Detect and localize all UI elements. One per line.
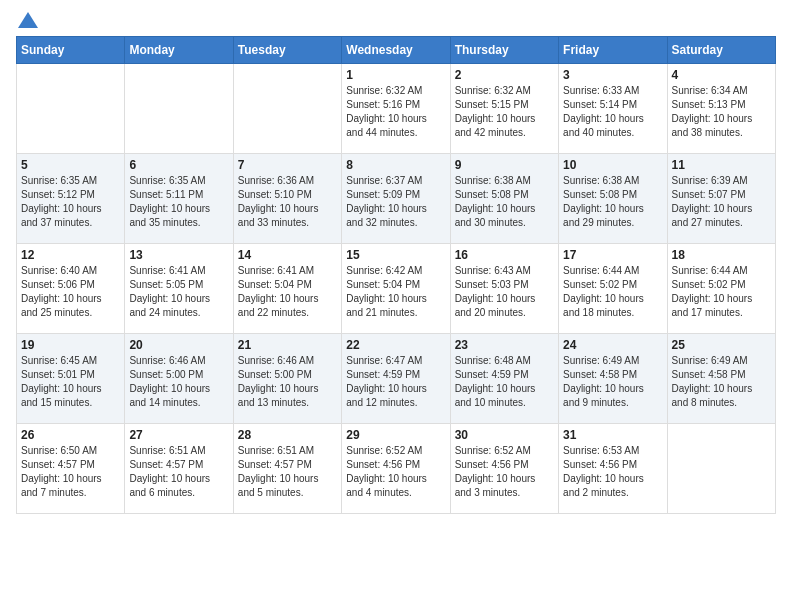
day-info: Sunrise: 6:52 AM Sunset: 4:56 PM Dayligh…: [346, 444, 445, 500]
day-info: Sunrise: 6:45 AM Sunset: 5:01 PM Dayligh…: [21, 354, 120, 410]
calendar-cell: 18Sunrise: 6:44 AM Sunset: 5:02 PM Dayli…: [667, 244, 775, 334]
day-number: 29: [346, 428, 445, 442]
day-number: 1: [346, 68, 445, 82]
day-number: 20: [129, 338, 228, 352]
day-number: 27: [129, 428, 228, 442]
day-info: Sunrise: 6:49 AM Sunset: 4:58 PM Dayligh…: [672, 354, 771, 410]
day-info: Sunrise: 6:43 AM Sunset: 5:03 PM Dayligh…: [455, 264, 554, 320]
day-number: 5: [21, 158, 120, 172]
day-info: Sunrise: 6:35 AM Sunset: 5:12 PM Dayligh…: [21, 174, 120, 230]
day-number: 19: [21, 338, 120, 352]
calendar-cell: 3Sunrise: 6:33 AM Sunset: 5:14 PM Daylig…: [559, 64, 667, 154]
calendar-cell: 20Sunrise: 6:46 AM Sunset: 5:00 PM Dayli…: [125, 334, 233, 424]
day-info: Sunrise: 6:38 AM Sunset: 5:08 PM Dayligh…: [563, 174, 662, 230]
svg-marker-0: [18, 12, 38, 28]
day-info: Sunrise: 6:35 AM Sunset: 5:11 PM Dayligh…: [129, 174, 228, 230]
day-number: 14: [238, 248, 337, 262]
day-number: 17: [563, 248, 662, 262]
day-info: Sunrise: 6:46 AM Sunset: 5:00 PM Dayligh…: [238, 354, 337, 410]
calendar-cell: 26Sunrise: 6:50 AM Sunset: 4:57 PM Dayli…: [17, 424, 125, 514]
calendar-cell: [125, 64, 233, 154]
day-info: Sunrise: 6:38 AM Sunset: 5:08 PM Dayligh…: [455, 174, 554, 230]
day-info: Sunrise: 6:52 AM Sunset: 4:56 PM Dayligh…: [455, 444, 554, 500]
day-number: 2: [455, 68, 554, 82]
calendar-cell: 8Sunrise: 6:37 AM Sunset: 5:09 PM Daylig…: [342, 154, 450, 244]
day-number: 6: [129, 158, 228, 172]
calendar-cell: 21Sunrise: 6:46 AM Sunset: 5:00 PM Dayli…: [233, 334, 341, 424]
calendar-header-wednesday: Wednesday: [342, 37, 450, 64]
calendar-cell: 31Sunrise: 6:53 AM Sunset: 4:56 PM Dayli…: [559, 424, 667, 514]
day-info: Sunrise: 6:53 AM Sunset: 4:56 PM Dayligh…: [563, 444, 662, 500]
day-info: Sunrise: 6:44 AM Sunset: 5:02 PM Dayligh…: [563, 264, 662, 320]
calendar-header-saturday: Saturday: [667, 37, 775, 64]
calendar-header-row: SundayMondayTuesdayWednesdayThursdayFrid…: [17, 37, 776, 64]
day-number: 10: [563, 158, 662, 172]
calendar-cell: 14Sunrise: 6:41 AM Sunset: 5:04 PM Dayli…: [233, 244, 341, 334]
calendar-cell: [233, 64, 341, 154]
day-info: Sunrise: 6:44 AM Sunset: 5:02 PM Dayligh…: [672, 264, 771, 320]
day-number: 9: [455, 158, 554, 172]
calendar-cell: 24Sunrise: 6:49 AM Sunset: 4:58 PM Dayli…: [559, 334, 667, 424]
calendar-table: SundayMondayTuesdayWednesdayThursdayFrid…: [16, 36, 776, 514]
calendar-cell: 23Sunrise: 6:48 AM Sunset: 4:59 PM Dayli…: [450, 334, 558, 424]
day-info: Sunrise: 6:40 AM Sunset: 5:06 PM Dayligh…: [21, 264, 120, 320]
calendar-cell: [667, 424, 775, 514]
day-info: Sunrise: 6:51 AM Sunset: 4:57 PM Dayligh…: [238, 444, 337, 500]
calendar-cell: 16Sunrise: 6:43 AM Sunset: 5:03 PM Dayli…: [450, 244, 558, 334]
calendar-week-row: 26Sunrise: 6:50 AM Sunset: 4:57 PM Dayli…: [17, 424, 776, 514]
calendar-header-monday: Monday: [125, 37, 233, 64]
day-number: 15: [346, 248, 445, 262]
day-number: 16: [455, 248, 554, 262]
day-number: 18: [672, 248, 771, 262]
calendar-cell: 7Sunrise: 6:36 AM Sunset: 5:10 PM Daylig…: [233, 154, 341, 244]
day-info: Sunrise: 6:41 AM Sunset: 5:04 PM Dayligh…: [238, 264, 337, 320]
calendar-cell: 15Sunrise: 6:42 AM Sunset: 5:04 PM Dayli…: [342, 244, 450, 334]
day-info: Sunrise: 6:51 AM Sunset: 4:57 PM Dayligh…: [129, 444, 228, 500]
day-number: 4: [672, 68, 771, 82]
calendar-cell: 10Sunrise: 6:38 AM Sunset: 5:08 PM Dayli…: [559, 154, 667, 244]
day-info: Sunrise: 6:46 AM Sunset: 5:00 PM Dayligh…: [129, 354, 228, 410]
calendar-cell: 19Sunrise: 6:45 AM Sunset: 5:01 PM Dayli…: [17, 334, 125, 424]
day-info: Sunrise: 6:32 AM Sunset: 5:16 PM Dayligh…: [346, 84, 445, 140]
calendar-header-tuesday: Tuesday: [233, 37, 341, 64]
calendar-cell: 17Sunrise: 6:44 AM Sunset: 5:02 PM Dayli…: [559, 244, 667, 334]
calendar-header-friday: Friday: [559, 37, 667, 64]
calendar-cell: 13Sunrise: 6:41 AM Sunset: 5:05 PM Dayli…: [125, 244, 233, 334]
calendar-header-sunday: Sunday: [17, 37, 125, 64]
day-number: 26: [21, 428, 120, 442]
day-number: 12: [21, 248, 120, 262]
day-number: 28: [238, 428, 337, 442]
day-number: 31: [563, 428, 662, 442]
calendar-cell: 9Sunrise: 6:38 AM Sunset: 5:08 PM Daylig…: [450, 154, 558, 244]
day-number: 25: [672, 338, 771, 352]
day-number: 8: [346, 158, 445, 172]
calendar-week-row: 12Sunrise: 6:40 AM Sunset: 5:06 PM Dayli…: [17, 244, 776, 334]
page-header: [16, 16, 776, 28]
day-info: Sunrise: 6:39 AM Sunset: 5:07 PM Dayligh…: [672, 174, 771, 230]
calendar-cell: 30Sunrise: 6:52 AM Sunset: 4:56 PM Dayli…: [450, 424, 558, 514]
calendar-cell: 22Sunrise: 6:47 AM Sunset: 4:59 PM Dayli…: [342, 334, 450, 424]
calendar-cell: 6Sunrise: 6:35 AM Sunset: 5:11 PM Daylig…: [125, 154, 233, 244]
day-number: 30: [455, 428, 554, 442]
calendar-week-row: 1Sunrise: 6:32 AM Sunset: 5:16 PM Daylig…: [17, 64, 776, 154]
logo: [16, 16, 38, 28]
calendar-cell: 28Sunrise: 6:51 AM Sunset: 4:57 PM Dayli…: [233, 424, 341, 514]
calendar-cell: 27Sunrise: 6:51 AM Sunset: 4:57 PM Dayli…: [125, 424, 233, 514]
calendar-cell: 2Sunrise: 6:32 AM Sunset: 5:15 PM Daylig…: [450, 64, 558, 154]
day-number: 24: [563, 338, 662, 352]
calendar-cell: 29Sunrise: 6:52 AM Sunset: 4:56 PM Dayli…: [342, 424, 450, 514]
logo-icon: [18, 12, 38, 28]
day-number: 22: [346, 338, 445, 352]
day-info: Sunrise: 6:49 AM Sunset: 4:58 PM Dayligh…: [563, 354, 662, 410]
day-number: 13: [129, 248, 228, 262]
day-info: Sunrise: 6:47 AM Sunset: 4:59 PM Dayligh…: [346, 354, 445, 410]
day-info: Sunrise: 6:48 AM Sunset: 4:59 PM Dayligh…: [455, 354, 554, 410]
day-number: 21: [238, 338, 337, 352]
day-info: Sunrise: 6:42 AM Sunset: 5:04 PM Dayligh…: [346, 264, 445, 320]
day-info: Sunrise: 6:32 AM Sunset: 5:15 PM Dayligh…: [455, 84, 554, 140]
calendar-cell: 4Sunrise: 6:34 AM Sunset: 5:13 PM Daylig…: [667, 64, 775, 154]
day-number: 3: [563, 68, 662, 82]
calendar-week-row: 19Sunrise: 6:45 AM Sunset: 5:01 PM Dayli…: [17, 334, 776, 424]
calendar-cell: [17, 64, 125, 154]
day-info: Sunrise: 6:36 AM Sunset: 5:10 PM Dayligh…: [238, 174, 337, 230]
